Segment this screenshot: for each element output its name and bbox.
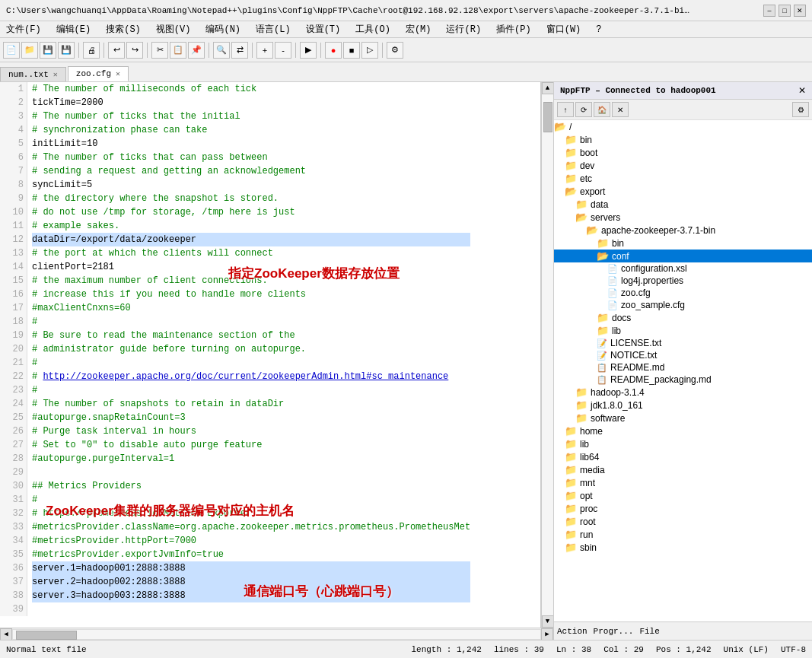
menu-item-f[interactable]: 文件(F) bbox=[3, 23, 44, 36]
tab-1[interactable]: zoo.cfg✕ bbox=[68, 66, 129, 81]
zoom-out-button[interactable]: - bbox=[275, 42, 291, 59]
replace-button[interactable]: ⇄ bbox=[231, 42, 248, 59]
ftp-folder-item[interactable]: 📁boot bbox=[554, 146, 812, 159]
stop-button[interactable]: ■ bbox=[343, 42, 360, 59]
ftp-tree[interactable]: 📂/📁bin📁boot📁dev📁etc📂export📁data📂servers📂… bbox=[554, 120, 812, 621]
ftp-folder-item[interactable]: 📁opt bbox=[554, 489, 812, 502]
editor-content[interactable]: # The number of milliseconds of each tic… bbox=[29, 82, 470, 616]
playback-button[interactable]: ▷ bbox=[361, 42, 378, 59]
ftp-folder-item[interactable]: 📂/ bbox=[554, 120, 812, 133]
cut-button[interactable]: ✂ bbox=[151, 42, 168, 59]
editor-vscroll[interactable]: ▲ ▼ bbox=[541, 82, 553, 628]
menu-item-n[interactable]: 编码(N) bbox=[202, 23, 244, 36]
horizontal-scrollbar[interactable]: ◀ ▶ bbox=[0, 628, 553, 640]
ftp-file-item[interactable]: 📄configuration.xsl bbox=[554, 262, 812, 275]
menu-item-p[interactable]: 插件(P) bbox=[493, 23, 534, 36]
scroll-left-arrow[interactable]: ◀ bbox=[0, 628, 12, 641]
ftp-file-item[interactable]: 📋README.md bbox=[554, 361, 812, 374]
folder-icon: 📁 bbox=[597, 237, 609, 249]
tree-item-label: zoo.cfg bbox=[621, 288, 651, 298]
ftp-folder-item[interactable]: 📁run bbox=[554, 528, 812, 541]
menu-item-v[interactable]: 视图(V) bbox=[153, 23, 194, 36]
find-button[interactable]: 🔍 bbox=[213, 42, 230, 59]
tree-item-label: docs bbox=[612, 313, 631, 323]
tab-0[interactable]: num..txt✕ bbox=[0, 67, 66, 81]
menu-item-r[interactable]: 运行(R) bbox=[443, 23, 484, 36]
copy-button[interactable]: 📋 bbox=[170, 42, 186, 59]
zoom-in-button[interactable]: + bbox=[256, 42, 273, 59]
redo-button[interactable]: ↪ bbox=[126, 42, 143, 59]
ftp-folder-item[interactable]: 📁lib64 bbox=[554, 450, 812, 463]
ftp-folder-item[interactable]: 📁bin bbox=[554, 133, 812, 146]
ftp-folder-item[interactable]: 📁data bbox=[554, 198, 812, 211]
ftp-folder-item[interactable]: 📁lib bbox=[554, 437, 812, 450]
menu-bar: 文件(F)编辑(E)搜索(S)视图(V)编码(N)语言(L)设置(T)工具(O)… bbox=[0, 21, 812, 38]
ftp-folder-item[interactable]: 📁home bbox=[554, 424, 812, 437]
ftp-close-button[interactable]: ✕ bbox=[798, 85, 806, 96]
scroll-track[interactable] bbox=[542, 94, 554, 615]
ftp-file-item[interactable]: 📄zoo.cfg bbox=[554, 287, 812, 299]
ftp-folder-item[interactable]: 📁root bbox=[554, 515, 812, 528]
menu-item-[interactable]: ? bbox=[593, 24, 604, 35]
ftp-folder-item[interactable]: 📁hadoop-3.1.4 bbox=[554, 386, 812, 399]
ftp-home-button[interactable]: 🏠 bbox=[594, 102, 610, 117]
minimize-button[interactable]: – bbox=[763, 5, 775, 17]
record-button[interactable]: ● bbox=[325, 42, 342, 59]
run-button[interactable]: ▶ bbox=[300, 42, 317, 59]
hscroll-thumb[interactable] bbox=[16, 631, 77, 640]
menu-item-o[interactable]: 工具(O) bbox=[352, 23, 393, 36]
maximize-button[interactable]: □ bbox=[779, 5, 791, 17]
ftp-folder-item[interactable]: 📁jdk1.8.0_161 bbox=[554, 399, 812, 412]
tree-item-label: README.md bbox=[610, 362, 664, 373]
ftp-folder-item[interactable]: 📁dev bbox=[554, 159, 812, 172]
ftp-folder-item[interactable]: 📂conf bbox=[554, 250, 812, 262]
menu-item-t[interactable]: 设置(T) bbox=[303, 23, 344, 36]
ftp-refresh-button[interactable]: ⟳ bbox=[575, 102, 592, 117]
ftp-folder-item[interactable]: 📁proc bbox=[554, 502, 812, 515]
menu-item-s[interactable]: 搜索(S) bbox=[103, 23, 144, 36]
print-button[interactable]: 🖨 bbox=[83, 42, 100, 59]
ftp-folder-item[interactable]: 📁bin bbox=[554, 237, 812, 250]
ftp-file-item[interactable]: 📄zoo_sample.cfg bbox=[554, 299, 812, 311]
menu-item-e[interactable]: 编辑(E) bbox=[53, 23, 94, 36]
ftp-file-item[interactable]: 📋README_packaging.md bbox=[554, 374, 812, 386]
tree-item-label: export bbox=[580, 186, 605, 197]
paste-button[interactable]: 📌 bbox=[188, 42, 205, 59]
new-button[interactable]: 📄 bbox=[3, 42, 20, 59]
ftp-folder-item[interactable]: 📁etc bbox=[554, 172, 812, 185]
tree-item-label: servers bbox=[591, 212, 620, 223]
save-button[interactable]: 💾 bbox=[40, 42, 56, 59]
ftp-folder-item[interactable]: 📁mnt bbox=[554, 476, 812, 489]
ftp-cancel-button[interactable]: ✕ bbox=[612, 102, 629, 117]
ftp-file-item[interactable]: 📝NOTICE.txt bbox=[554, 349, 812, 361]
close-button[interactable]: ✕ bbox=[794, 5, 806, 17]
ftp-settings-button[interactable]: ⚙ bbox=[792, 102, 809, 117]
hscroll-track[interactable] bbox=[12, 629, 541, 640]
ftp-folder-item[interactable]: 📂export bbox=[554, 185, 812, 198]
scroll-up-arrow[interactable]: ▲ bbox=[542, 82, 554, 94]
ftp-file-item[interactable]: 📝LICENSE.txt bbox=[554, 337, 812, 349]
editor-line-1: # The number of milliseconds of each tic… bbox=[32, 82, 470, 96]
ftp-up-button[interactable]: ↑ bbox=[557, 102, 574, 117]
open-button[interactable]: 📁 bbox=[21, 42, 38, 59]
tab-close-1[interactable]: ✕ bbox=[116, 70, 120, 78]
tab-close-0[interactable]: ✕ bbox=[53, 71, 58, 79]
ftp-folder-item[interactable]: 📁software bbox=[554, 412, 812, 424]
menu-item-l[interactable]: 语言(L) bbox=[253, 23, 294, 36]
menu-item-m[interactable]: 宏(M) bbox=[403, 23, 435, 36]
scroll-right-arrow[interactable]: ▶ bbox=[541, 628, 553, 641]
menu-item-w[interactable]: 窗口(W) bbox=[543, 23, 584, 36]
ftp-folder-item[interactable]: 📁media bbox=[554, 463, 812, 476]
ftp-file-item[interactable]: 📄log4j.properties bbox=[554, 275, 812, 287]
editor-pane[interactable]: 1234567891011121314151617181920212223242… bbox=[0, 82, 541, 628]
save-all-button[interactable]: 💾 bbox=[58, 42, 75, 59]
settings-button[interactable]: ⚙ bbox=[387, 42, 403, 59]
ftp-folder-item[interactable]: 📁docs bbox=[554, 311, 812, 324]
ftp-folder-item[interactable]: 📁lib bbox=[554, 324, 812, 337]
ftp-folder-item[interactable]: 📂servers bbox=[554, 211, 812, 224]
undo-button[interactable]: ↩ bbox=[108, 42, 125, 59]
scroll-thumb[interactable] bbox=[543, 102, 552, 132]
ftp-folder-item[interactable]: 📂apache-zookeeper-3.7.1-bin bbox=[554, 224, 812, 237]
scroll-down-arrow[interactable]: ▼ bbox=[542, 615, 554, 628]
ftp-folder-item[interactable]: 📁sbin bbox=[554, 541, 812, 554]
